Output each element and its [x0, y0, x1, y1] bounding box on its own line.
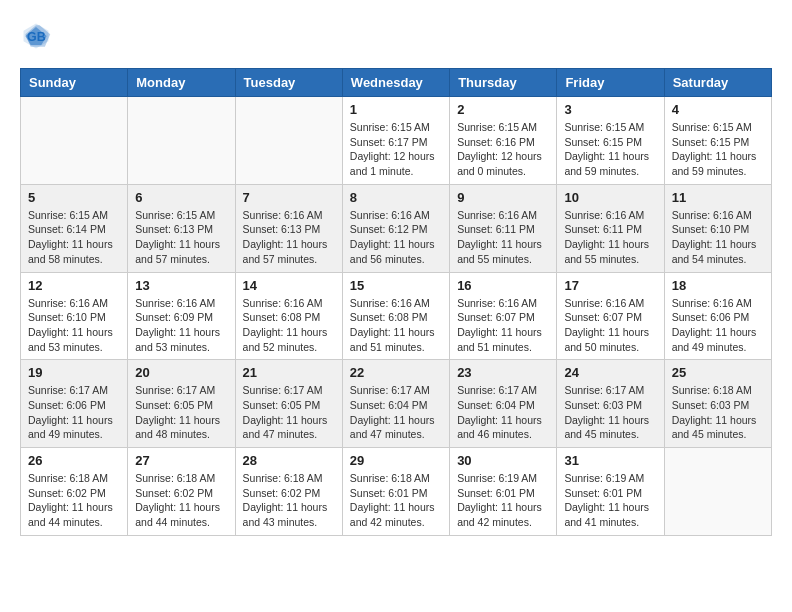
calendar-day-cell: 17Sunrise: 6:16 AM Sunset: 6:07 PM Dayli… [557, 272, 664, 360]
day-number: 25 [672, 365, 764, 380]
calendar-day-cell: 31Sunrise: 6:19 AM Sunset: 6:01 PM Dayli… [557, 448, 664, 536]
day-info: Sunrise: 6:17 AM Sunset: 6:05 PM Dayligh… [135, 383, 227, 442]
calendar-day-cell: 13Sunrise: 6:16 AM Sunset: 6:09 PM Dayli… [128, 272, 235, 360]
calendar-day-cell: 19Sunrise: 6:17 AM Sunset: 6:06 PM Dayli… [21, 360, 128, 448]
weekday-header: Wednesday [342, 69, 449, 97]
weekday-header: Friday [557, 69, 664, 97]
calendar-day-cell: 15Sunrise: 6:16 AM Sunset: 6:08 PM Dayli… [342, 272, 449, 360]
day-number: 29 [350, 453, 442, 468]
calendar-day-cell: 11Sunrise: 6:16 AM Sunset: 6:10 PM Dayli… [664, 184, 771, 272]
calendar-day-cell: 26Sunrise: 6:18 AM Sunset: 6:02 PM Dayli… [21, 448, 128, 536]
day-number: 1 [350, 102, 442, 117]
day-number: 30 [457, 453, 549, 468]
day-number: 7 [243, 190, 335, 205]
day-info: Sunrise: 6:15 AM Sunset: 6:14 PM Dayligh… [28, 208, 120, 267]
day-number: 6 [135, 190, 227, 205]
day-info: Sunrise: 6:18 AM Sunset: 6:03 PM Dayligh… [672, 383, 764, 442]
day-info: Sunrise: 6:15 AM Sunset: 6:16 PM Dayligh… [457, 120, 549, 179]
calendar-day-cell [21, 97, 128, 185]
day-number: 28 [243, 453, 335, 468]
calendar-day-cell [235, 97, 342, 185]
day-number: 22 [350, 365, 442, 380]
calendar-week-row: 26Sunrise: 6:18 AM Sunset: 6:02 PM Dayli… [21, 448, 772, 536]
day-info: Sunrise: 6:17 AM Sunset: 6:05 PM Dayligh… [243, 383, 335, 442]
day-info: Sunrise: 6:16 AM Sunset: 6:11 PM Dayligh… [564, 208, 656, 267]
day-number: 16 [457, 278, 549, 293]
day-info: Sunrise: 6:15 AM Sunset: 6:17 PM Dayligh… [350, 120, 442, 179]
calendar-day-cell: 7Sunrise: 6:16 AM Sunset: 6:13 PM Daylig… [235, 184, 342, 272]
day-number: 9 [457, 190, 549, 205]
calendar-day-cell: 3Sunrise: 6:15 AM Sunset: 6:15 PM Daylig… [557, 97, 664, 185]
logo-icon: GB [20, 20, 52, 52]
day-number: 5 [28, 190, 120, 205]
calendar: SundayMondayTuesdayWednesdayThursdayFrid… [20, 68, 772, 536]
day-number: 11 [672, 190, 764, 205]
calendar-day-cell: 2Sunrise: 6:15 AM Sunset: 6:16 PM Daylig… [450, 97, 557, 185]
day-info: Sunrise: 6:16 AM Sunset: 6:07 PM Dayligh… [564, 296, 656, 355]
calendar-day-cell: 8Sunrise: 6:16 AM Sunset: 6:12 PM Daylig… [342, 184, 449, 272]
day-number: 3 [564, 102, 656, 117]
day-number: 12 [28, 278, 120, 293]
day-number: 24 [564, 365, 656, 380]
weekday-header: Sunday [21, 69, 128, 97]
day-number: 13 [135, 278, 227, 293]
day-info: Sunrise: 6:17 AM Sunset: 6:04 PM Dayligh… [350, 383, 442, 442]
day-number: 15 [350, 278, 442, 293]
weekday-header: Monday [128, 69, 235, 97]
day-info: Sunrise: 6:16 AM Sunset: 6:09 PM Dayligh… [135, 296, 227, 355]
day-number: 20 [135, 365, 227, 380]
day-info: Sunrise: 6:15 AM Sunset: 6:15 PM Dayligh… [564, 120, 656, 179]
calendar-day-cell: 23Sunrise: 6:17 AM Sunset: 6:04 PM Dayli… [450, 360, 557, 448]
calendar-day-cell: 20Sunrise: 6:17 AM Sunset: 6:05 PM Dayli… [128, 360, 235, 448]
day-info: Sunrise: 6:15 AM Sunset: 6:15 PM Dayligh… [672, 120, 764, 179]
calendar-header-row: SundayMondayTuesdayWednesdayThursdayFrid… [21, 69, 772, 97]
day-number: 27 [135, 453, 227, 468]
day-number: 23 [457, 365, 549, 380]
day-number: 31 [564, 453, 656, 468]
day-info: Sunrise: 6:19 AM Sunset: 6:01 PM Dayligh… [457, 471, 549, 530]
logo: GB [20, 20, 56, 52]
calendar-day-cell: 9Sunrise: 6:16 AM Sunset: 6:11 PM Daylig… [450, 184, 557, 272]
day-number: 18 [672, 278, 764, 293]
calendar-day-cell: 27Sunrise: 6:18 AM Sunset: 6:02 PM Dayli… [128, 448, 235, 536]
calendar-day-cell: 22Sunrise: 6:17 AM Sunset: 6:04 PM Dayli… [342, 360, 449, 448]
calendar-day-cell: 16Sunrise: 6:16 AM Sunset: 6:07 PM Dayli… [450, 272, 557, 360]
day-number: 21 [243, 365, 335, 380]
calendar-day-cell: 28Sunrise: 6:18 AM Sunset: 6:02 PM Dayli… [235, 448, 342, 536]
day-number: 26 [28, 453, 120, 468]
day-info: Sunrise: 6:17 AM Sunset: 6:04 PM Dayligh… [457, 383, 549, 442]
calendar-day-cell [128, 97, 235, 185]
calendar-day-cell: 29Sunrise: 6:18 AM Sunset: 6:01 PM Dayli… [342, 448, 449, 536]
day-number: 10 [564, 190, 656, 205]
svg-text:GB: GB [27, 30, 46, 44]
weekday-header: Thursday [450, 69, 557, 97]
day-info: Sunrise: 6:16 AM Sunset: 6:12 PM Dayligh… [350, 208, 442, 267]
day-info: Sunrise: 6:18 AM Sunset: 6:02 PM Dayligh… [135, 471, 227, 530]
day-info: Sunrise: 6:17 AM Sunset: 6:06 PM Dayligh… [28, 383, 120, 442]
day-number: 4 [672, 102, 764, 117]
weekday-header: Tuesday [235, 69, 342, 97]
calendar-day-cell: 30Sunrise: 6:19 AM Sunset: 6:01 PM Dayli… [450, 448, 557, 536]
day-info: Sunrise: 6:15 AM Sunset: 6:13 PM Dayligh… [135, 208, 227, 267]
day-info: Sunrise: 6:16 AM Sunset: 6:08 PM Dayligh… [243, 296, 335, 355]
calendar-week-row: 1Sunrise: 6:15 AM Sunset: 6:17 PM Daylig… [21, 97, 772, 185]
calendar-week-row: 19Sunrise: 6:17 AM Sunset: 6:06 PM Dayli… [21, 360, 772, 448]
day-info: Sunrise: 6:17 AM Sunset: 6:03 PM Dayligh… [564, 383, 656, 442]
calendar-day-cell: 5Sunrise: 6:15 AM Sunset: 6:14 PM Daylig… [21, 184, 128, 272]
day-info: Sunrise: 6:16 AM Sunset: 6:13 PM Dayligh… [243, 208, 335, 267]
weekday-header: Saturday [664, 69, 771, 97]
day-info: Sunrise: 6:16 AM Sunset: 6:08 PM Dayligh… [350, 296, 442, 355]
day-number: 2 [457, 102, 549, 117]
day-info: Sunrise: 6:19 AM Sunset: 6:01 PM Dayligh… [564, 471, 656, 530]
day-number: 8 [350, 190, 442, 205]
day-info: Sunrise: 6:18 AM Sunset: 6:01 PM Dayligh… [350, 471, 442, 530]
calendar-day-cell [664, 448, 771, 536]
calendar-day-cell: 24Sunrise: 6:17 AM Sunset: 6:03 PM Dayli… [557, 360, 664, 448]
day-info: Sunrise: 6:16 AM Sunset: 6:07 PM Dayligh… [457, 296, 549, 355]
calendar-day-cell: 6Sunrise: 6:15 AM Sunset: 6:13 PM Daylig… [128, 184, 235, 272]
day-number: 19 [28, 365, 120, 380]
day-number: 17 [564, 278, 656, 293]
day-info: Sunrise: 6:18 AM Sunset: 6:02 PM Dayligh… [243, 471, 335, 530]
day-info: Sunrise: 6:16 AM Sunset: 6:10 PM Dayligh… [28, 296, 120, 355]
calendar-week-row: 5Sunrise: 6:15 AM Sunset: 6:14 PM Daylig… [21, 184, 772, 272]
